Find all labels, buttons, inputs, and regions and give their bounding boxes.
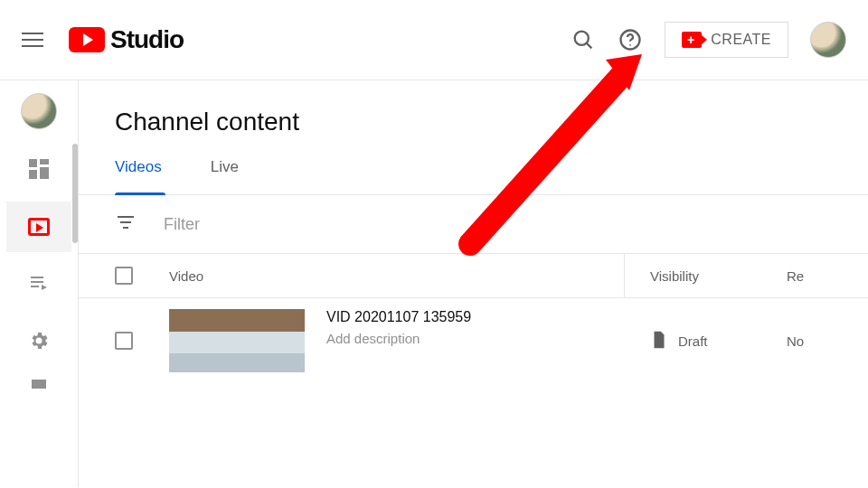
youtube-play-icon [69,27,105,52]
col-header-re[interactable]: Re [787,268,832,284]
sidebar-item-content[interactable] [6,202,71,252]
tab-label: Live [211,158,239,175]
col-header-visibility[interactable]: Visibility [624,254,787,297]
video-title[interactable]: VID 20201107 135959 [326,309,471,325]
sidebar-scrollbar[interactable] [72,144,78,243]
search-icon[interactable] [571,27,596,52]
topbar-right: CREATE [571,22,846,58]
filter-input[interactable]: Filter [164,215,200,234]
row-visibility[interactable]: Draft [624,330,787,352]
draft-icon [649,330,669,352]
svg-rect-8 [118,216,134,218]
svg-rect-7 [32,380,46,389]
filter-row[interactable]: Filter [79,195,868,254]
create-button[interactable]: CREATE [665,22,788,58]
content-icon [28,218,50,236]
video-thumbnail[interactable] [169,309,305,372]
svg-rect-5 [31,281,43,283]
visibility-label: Draft [678,333,708,349]
topbar: Studio CREATE [0,0,868,80]
logo-text: Studio [110,25,184,54]
select-all-checkbox[interactable] [115,267,133,285]
filter-icon [115,211,137,237]
svg-line-1 [587,43,592,49]
avatar[interactable] [810,22,846,58]
svg-point-3 [629,44,631,46]
row-checkbox[interactable] [115,332,133,350]
row-re: No [787,333,832,349]
sidebar [0,80,78,487]
body: Channel content Videos Live Filter Video… [0,80,868,487]
feedback-icon [28,376,50,401]
svg-rect-6 [31,286,39,287]
table-row[interactable]: VID 20201107 135959 Add description Draf… [79,298,868,372]
svg-point-0 [575,32,589,45]
channel-avatar[interactable] [21,93,57,129]
help-icon[interactable] [618,27,643,52]
col-header-video[interactable]: Video [169,268,624,284]
create-video-icon [682,32,702,48]
studio-logo[interactable]: Studio [69,25,184,54]
svg-rect-10 [123,227,128,229]
sidebar-item-dashboard[interactable] [6,144,71,194]
tabs: Videos Live [79,158,868,195]
svg-rect-9 [120,221,131,223]
sidebar-item-settings[interactable] [6,317,71,368]
gear-icon [28,330,50,355]
create-button-label: CREATE [711,32,771,48]
sidebar-item-playlists[interactable] [6,259,71,310]
dashboard-icon [29,159,49,179]
svg-rect-4 [31,277,43,278]
menu-icon[interactable] [22,29,43,51]
tab-label: Videos [115,158,162,175]
playlist-icon [28,272,50,297]
main: Channel content Videos Live Filter Video… [78,80,868,487]
page-title: Channel content [79,80,868,158]
tab-live[interactable]: Live [211,158,239,194]
sidebar-item-extra[interactable] [6,375,71,402]
table-header: Video Visibility Re [79,254,868,298]
tab-videos[interactable]: Videos [115,158,162,194]
video-description-placeholder[interactable]: Add description [326,331,471,346]
